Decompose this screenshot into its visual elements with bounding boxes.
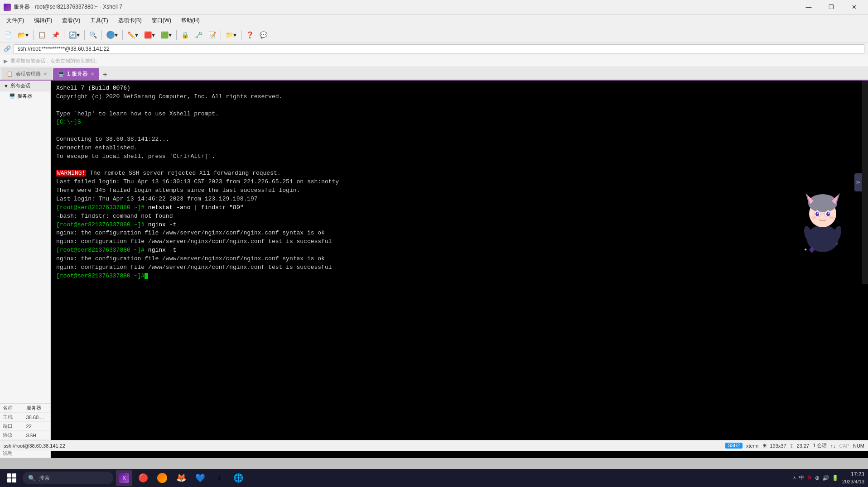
- server-tree-icon: 🖥️: [9, 93, 15, 99]
- folder-expand-icon[interactable]: ▼: [4, 83, 9, 89]
- status-size: 193x37: [770, 443, 786, 449]
- separator-2: [64, 30, 64, 40]
- toolbar: 📄 📂▾ 📋 📌 🔄▾ 🔍 ▾ ✏️▾ 🟥▾ 🟩▾ 🔒 🗝️ 📝 📁▾ ❓ 💬: [0, 27, 868, 43]
- sidebar-spacer: [0, 101, 50, 403]
- status-sessions: 1 会话: [813, 442, 827, 449]
- copy-btn[interactable]: 📋: [36, 29, 48, 41]
- status-cap: CAP: [839, 443, 849, 449]
- separator-6: [176, 30, 177, 40]
- info-value-port: 22: [24, 422, 50, 431]
- minimize-button[interactable]: —: [798, 2, 819, 13]
- left-panel: ▼ 所有会话 🖥️ 服务器 名称 服务器 主机 38.60....: [0, 81, 51, 458]
- info-value-name: 服务器: [24, 404, 50, 413]
- info-label-port: 端口: [0, 422, 24, 431]
- tray-volume[interactable]: 🔊: [822, 475, 829, 481]
- arrow-icon: ▶: [4, 58, 8, 64]
- active-session-tab[interactable]: 🖥️ 1 服务器 ✕: [53, 68, 99, 80]
- key-btn[interactable]: 🗝️: [193, 29, 205, 41]
- address-bar: 🔗: [0, 43, 868, 55]
- info-label-name: 名称: [0, 404, 24, 413]
- start-button[interactable]: [4, 470, 20, 486]
- right-panel-toggle[interactable]: ≫: [854, 173, 862, 191]
- taskbar-app-edge[interactable]: 🌐: [230, 470, 246, 486]
- highlight-btn[interactable]: 🟥▾: [142, 29, 157, 41]
- taskbar-app-tiktok[interactable]: ♪: [211, 470, 227, 486]
- active-tab-close[interactable]: ✕: [91, 72, 94, 76]
- window-title: 服务器 - root@ser821376337880:~ - Xshell 7: [14, 3, 122, 11]
- taskbar-app-teams[interactable]: 💙: [192, 470, 208, 486]
- current-date: 2023/4/13: [842, 478, 864, 485]
- separator-7: [221, 30, 221, 40]
- session-mgr-tab-close[interactable]: ✕: [43, 72, 47, 76]
- status-cursor-icon: ⌶: [790, 443, 793, 449]
- find-btn[interactable]: 🔍: [87, 29, 99, 41]
- clock[interactable]: 17:23 2023/4/13: [842, 471, 864, 485]
- terminal-area[interactable]: Xshell 7 (Build 0076) Copyright (c) 2020…: [51, 81, 868, 458]
- menu-item-编辑E[interactable]: 编辑(E): [29, 16, 57, 25]
- terminal-output[interactable]: Xshell 7 (Build 0076) Copyright (c) 2020…: [51, 81, 868, 284]
- lock-btn[interactable]: 🔒: [179, 29, 191, 41]
- pen-btn[interactable]: ✏️▾: [125, 29, 140, 41]
- windows-logo: [7, 473, 16, 482]
- menu-item-查看V[interactable]: 查看(V): [58, 16, 85, 25]
- close-button[interactable]: ✕: [844, 2, 864, 13]
- separator-5: [122, 30, 123, 40]
- menu-item-文件F[interactable]: 文件(F): [2, 16, 29, 25]
- open-btn[interactable]: 📂▾: [15, 29, 31, 41]
- separator-4: [101, 30, 102, 40]
- tray-expand[interactable]: ∧: [793, 475, 796, 480]
- tab-bar: 📋 会话管理器 ✕ 🖥️ 1 服务器 ✕ +: [0, 67, 868, 81]
- help-btn[interactable]: ❓: [244, 29, 256, 41]
- tray-ime[interactable]: 中: [799, 474, 804, 482]
- taskbar-app-xshell[interactable]: X: [116, 470, 132, 486]
- scroll-bar[interactable]: [862, 81, 868, 284]
- sidebar-header: ▼ 所有会话: [0, 81, 50, 91]
- info-row-port: 端口 22: [0, 422, 50, 431]
- chat-btn[interactable]: 💬: [257, 29, 270, 41]
- menu-item-窗口W[interactable]: 窗口(W): [147, 16, 176, 25]
- taskbar-app-firefox[interactable]: 🦊: [173, 470, 189, 486]
- tray-sogou[interactable]: Ｓ: [807, 474, 812, 482]
- quick-bar-hint: 要添加当前会话，点击左侧的箭头按钮。: [10, 57, 100, 64]
- search-icon: 🔍: [28, 475, 35, 482]
- menu-bar: 文件(F)编辑(E)查看(V)工具(T)选项卡(B)窗口(W)帮助(H): [0, 14, 868, 27]
- status-cursor: 23,27: [797, 443, 810, 449]
- quick-connect-bar: ▶ 要添加当前会话，点击左侧的箭头按钮。: [0, 55, 868, 67]
- add-tab-button[interactable]: +: [100, 70, 110, 80]
- taskbar-search[interactable]: 🔍 搜索: [23, 472, 113, 484]
- menu-item-选项卡B[interactable]: 选项卡(B): [114, 16, 146, 25]
- tray-network[interactable]: ⊕: [815, 475, 820, 481]
- separator-1: [33, 30, 34, 40]
- server-icon: 🖥️: [58, 71, 64, 77]
- session-mgr-label: 会话管理器: [16, 71, 41, 77]
- server-tree-label: 服务器: [17, 93, 32, 100]
- title-bar: 服务器 - root@ser821376337880:~ - Xshell 7 …: [0, 0, 868, 14]
- paste-btn[interactable]: 📌: [49, 29, 62, 41]
- ssh-icon: 🔗: [4, 45, 11, 52]
- taskbar-app-1[interactable]: 🔴: [135, 470, 151, 486]
- refresh-btn[interactable]: 🔄▾: [67, 29, 82, 41]
- folder-open-btn[interactable]: 📁▾: [223, 29, 239, 41]
- info-label-protocol: 协议: [0, 431, 24, 440]
- taskbar-app-2[interactable]: [154, 470, 170, 486]
- address-input[interactable]: [14, 44, 864, 53]
- eraser-btn[interactable]: 🟩▾: [159, 29, 174, 41]
- tray-battery[interactable]: 🔋: [832, 475, 839, 481]
- sidebar-item-server[interactable]: 🖥️ 服务器: [0, 91, 50, 101]
- color-btn[interactable]: ▾: [104, 29, 120, 41]
- active-tab-label: 1 服务器: [67, 70, 88, 78]
- terminal-text: Xshell 7 (Build 0076) Copyright (c) 2020…: [56, 84, 863, 280]
- session-manager-tab[interactable]: 📋 会话管理器 ✕: [2, 68, 52, 80]
- status-encoding: xterm: [746, 443, 759, 449]
- maximize-button[interactable]: ❐: [821, 2, 842, 13]
- separator-8: [241, 30, 241, 40]
- search-placeholder: 搜索: [39, 474, 50, 482]
- menu-item-帮助H[interactable]: 帮助(H): [177, 16, 204, 25]
- new-session-btn[interactable]: 📄: [2, 29, 14, 41]
- info-row-protocol: 协议 SSH: [0, 431, 50, 440]
- info-row-name: 名称 服务器: [0, 404, 50, 413]
- script-btn[interactable]: 📝: [206, 29, 218, 41]
- info-row-host: 主机 38.60....: [0, 413, 50, 422]
- info-label-host: 主机: [0, 413, 24, 422]
- menu-item-工具T[interactable]: 工具(T): [86, 16, 112, 25]
